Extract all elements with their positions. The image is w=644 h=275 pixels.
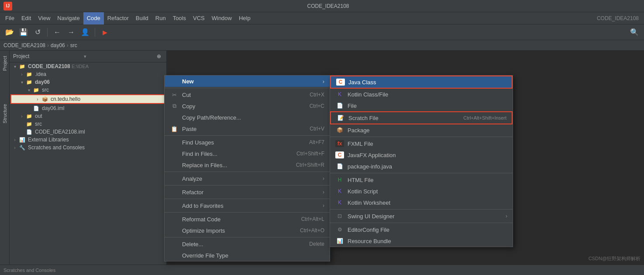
sub-scratch-icon: 📝: [336, 114, 345, 121]
ctx-find-files-icon: [170, 150, 179, 157]
sub-package[interactable]: 📦 Package: [330, 124, 513, 136]
menu-navigate[interactable]: Navigate: [54, 12, 83, 24]
sub-sep-4: [330, 223, 513, 223]
sub-file-icon: 📄: [335, 102, 344, 109]
menu-edit[interactable]: Edit: [18, 12, 34, 24]
breadcrumb-project[interactable]: CODE_IDEA2108: [3, 42, 45, 48]
menu-view[interactable]: View: [34, 12, 54, 24]
sub-editorconfig[interactable]: ⚙ EditorConfig File: [330, 224, 513, 235]
sub-java-class-icon: C: [336, 79, 345, 86]
toolbar-run[interactable]: ▶: [99, 26, 111, 38]
ctx-cut-icon: ✂: [170, 91, 179, 98]
toolbar-forward[interactable]: →: [65, 26, 77, 38]
menu-overlay: New › ✂ Cut Ctrl+X ⧉ Copy Ctrl+C Copy Pa…: [0, 51, 644, 275]
menu-vcs[interactable]: VCS: [189, 12, 208, 24]
menu-code[interactable]: Code: [83, 12, 104, 24]
sub-resource-bundle[interactable]: 📊 Resource Bundle: [330, 235, 513, 247]
toolbar: 📂 💾 ↺ ← → 👤 ▶ 🔍: [0, 24, 644, 40]
ctx-reformat-icon: [170, 216, 179, 223]
sub-package-icon: 📦: [335, 127, 344, 134]
ctx-optimize[interactable]: Optimize Imports Ctrl+Alt+O: [165, 225, 330, 236]
sub-package-info-icon: 📄: [335, 163, 344, 170]
ctx-override-icon: [170, 252, 179, 259]
menu-refactor[interactable]: Refactor: [104, 12, 132, 24]
sub-swing-icon: ⊡: [335, 213, 344, 220]
context-menu: New › ✂ Cut Ctrl+X ⧉ Copy Ctrl+C Copy Pa…: [164, 75, 330, 261]
ctx-paste[interactable]: 📋 Paste Ctrl+V: [165, 123, 330, 134]
sub-fxml-icon: fx: [335, 140, 344, 147]
menu-build[interactable]: Build: [132, 12, 152, 24]
title-text: CODE_IDEA2108: [16, 3, 641, 9]
ctx-paste-icon: 📋: [170, 125, 179, 132]
ctx-refactor[interactable]: Refactor ›: [165, 186, 330, 198]
toolbar-search-everywhere[interactable]: 🔍: [628, 26, 641, 38]
app-icon: IJ: [3, 2, 12, 10]
ctx-sep-3: [165, 172, 330, 172]
ctx-replace-files[interactable]: Replace in Files... Ctrl+Shift+R: [165, 159, 330, 171]
sub-javafx-icon: C: [335, 151, 344, 158]
ctx-sep-4: [165, 185, 330, 186]
toolbar-save[interactable]: 💾: [17, 26, 30, 38]
menu-file[interactable]: File: [2, 12, 18, 24]
ctx-reformat[interactable]: Reformat Code Ctrl+Alt+L: [165, 213, 330, 225]
sub-javafx[interactable]: C JavaFX Application: [330, 149, 513, 161]
ctx-sep-7: [165, 237, 330, 237]
title-right: CODE_IDEA2108: [597, 15, 642, 21]
sub-resource-icon: 📊: [335, 237, 344, 244]
sub-kotlin-worksheet-icon: K: [335, 199, 344, 206]
ctx-override-filetype[interactable]: Override File Type: [165, 250, 330, 261]
toolbar-open-folder[interactable]: 📂: [3, 26, 16, 38]
sub-kotlin-script-icon: K: [335, 188, 344, 195]
sub-fxml[interactable]: fx FXML File: [330, 138, 513, 149]
toolbar-back[interactable]: ←: [51, 26, 63, 38]
sub-scratch-file[interactable]: 📝 Scratch File Ctrl+Alt+Shift+Insert: [330, 111, 513, 124]
menu-help[interactable]: Help: [235, 12, 254, 24]
ctx-new-icon: [170, 78, 179, 85]
sub-java-class[interactable]: C Java Class: [330, 76, 513, 89]
title-bar: IJ CODE_IDEA2108: [0, 0, 644, 12]
menu-window[interactable]: Window: [208, 12, 235, 24]
breadcrumb-src[interactable]: src: [70, 42, 77, 48]
menu-run[interactable]: Run: [152, 12, 169, 24]
ctx-new-label: New: [182, 78, 323, 85]
ctx-analyze[interactable]: Analyze ›: [165, 173, 330, 184]
ctx-find-files[interactable]: Find in Files... Ctrl+Shift+F: [165, 148, 330, 159]
ctx-cut[interactable]: ✂ Cut Ctrl+X: [165, 89, 330, 100]
toolbar-user[interactable]: 👤: [79, 26, 91, 38]
submenu: C Java Class K Kotlin Class/File 📄 File …: [330, 75, 513, 247]
ctx-copy-icon: ⧉: [170, 103, 179, 110]
breadcrumb-day06[interactable]: day06: [51, 42, 65, 48]
sub-kotlin-script[interactable]: K Kotlin Script: [330, 186, 513, 197]
toolbar-sep-1: [47, 28, 48, 37]
ctx-delete-icon: [170, 241, 179, 248]
ctx-copy[interactable]: ⧉ Copy Ctrl+C: [165, 100, 330, 112]
ctx-analyze-icon: [170, 175, 179, 182]
ctx-add-favorites[interactable]: Add to Favorites ›: [165, 200, 330, 211]
breadcrumb: CODE_IDEA2108 › day06 › src: [0, 40, 644, 51]
ctx-delete[interactable]: Delete... Delete: [165, 238, 330, 250]
ctx-sep-6: [165, 212, 330, 213]
ctx-optimize-icon: [170, 227, 179, 234]
sub-html-icon: H: [335, 176, 344, 183]
toolbar-sep-2: [95, 28, 95, 37]
sub-package-info[interactable]: 📄 package-info.java: [330, 161, 513, 172]
sub-sep-2: [330, 173, 513, 173]
sub-editorconfig-icon: ⚙: [335, 226, 344, 233]
ctx-refactor-icon: [170, 189, 179, 196]
toolbar-refresh[interactable]: ↺: [31, 26, 44, 38]
sub-swing[interactable]: ⊡ Swing UI Designer ›: [330, 210, 513, 222]
ctx-sep-1: [165, 88, 330, 88]
main-layout: Project Structure Project ▾ ⊕ ▾ 📁 CODE_I…: [0, 51, 644, 275]
ctx-copy-path[interactable]: Copy Path/Reference...: [165, 112, 330, 123]
ctx-sep-5: [165, 199, 330, 199]
sub-kotlin-worksheet[interactable]: K Kotlin Worksheet: [330, 197, 513, 208]
sub-kotlin-class-icon: K: [335, 91, 344, 98]
ctx-add-favorites-icon: [170, 202, 179, 209]
sub-kotlin-class[interactable]: K Kotlin Class/File: [330, 89, 513, 100]
sub-html[interactable]: H HTML File: [330, 174, 513, 186]
sub-file[interactable]: 📄 File: [330, 100, 513, 111]
menu-tools[interactable]: Tools: [169, 12, 189, 24]
ctx-find-usages[interactable]: Find Usages Alt+F7: [165, 137, 330, 148]
ctx-new[interactable]: New ›: [165, 76, 330, 87]
sub-sep-3: [330, 209, 513, 210]
